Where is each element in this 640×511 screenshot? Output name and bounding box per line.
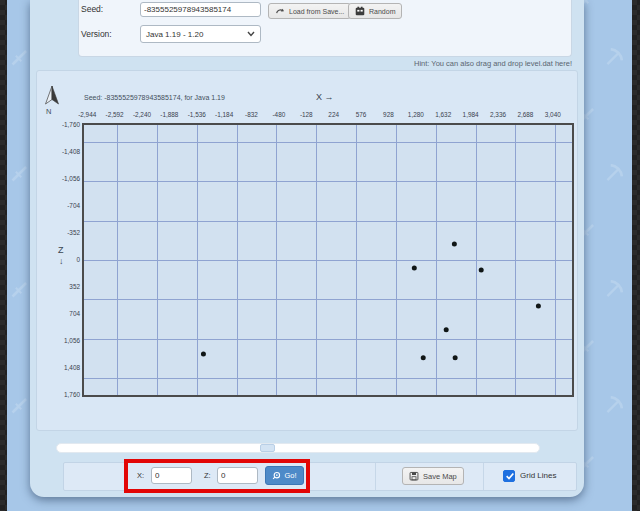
x-tick-label: 3,040 [545,111,561,118]
sword-icon [9,278,31,300]
x-tick-label: -128 [300,111,313,118]
load-arrow-icon [275,6,285,16]
map-marker[interactable] [452,241,457,246]
sword-icon [9,394,31,416]
annotation-highlight [124,459,310,493]
x-tick-label: 1,632 [435,111,451,118]
version-label: Version: [81,29,112,39]
save-map-label: Save Map [423,472,457,481]
z-axis-label: Z [58,245,64,255]
x-tick-label: -480 [272,111,285,118]
x-tick-label: 2,688 [517,111,533,118]
x-tick-label: 224 [328,111,339,118]
seed-input[interactable] [140,2,261,17]
page-edge-right [632,0,640,511]
grid-lines-label: Grid Lines [520,471,556,480]
sword-icon [9,162,31,184]
x-tick-label: -832 [245,111,258,118]
x-tick-label: -2,240 [133,111,151,118]
chevron-down-icon [247,31,255,37]
z-tick-label: 1,056 [38,337,80,344]
random-label: Random [369,8,395,15]
sword-icon [9,46,31,68]
map-marker[interactable] [479,267,484,272]
scrollbar-thumb[interactable] [260,444,275,452]
x-tick-label: -2,592 [106,111,124,118]
save-icon [409,471,419,481]
load-from-save-button[interactable]: Load from Save... [268,3,351,19]
save-map-button[interactable]: Save Map [402,467,464,485]
compass-north-label: N [46,107,51,116]
map-seed-caption: Seed: -8355525978943585174, for Java 1.1… [84,94,225,101]
x-tick-label: -1,536 [188,111,206,118]
seed-label: Seed: [81,4,103,14]
x-tick-label: -1,888 [160,111,178,118]
grid-lines-checkbox[interactable] [503,470,515,482]
toolbar-divider [375,463,376,490]
z-tick-label: 352 [38,283,80,290]
map-horizontal-scrollbar[interactable] [56,443,540,453]
pickaxe-icon [603,278,625,300]
hint-text: Hint: You can also drag and drop level.d… [414,59,572,68]
z-tick-label: -352 [38,229,80,236]
z-tick-label: -1,760 [38,121,80,128]
z-tick-label: -1,056 [38,175,80,182]
x-tick-label: 1,984 [463,111,479,118]
page-edge-left [0,0,7,511]
x-tick-label: 576 [356,111,367,118]
map-marker[interactable] [201,351,206,356]
z-tick-label: -1,408 [38,148,80,155]
z-tick-label: 0 [38,256,80,263]
version-select[interactable]: Java 1.19 - 1.20 [140,25,261,43]
random-button[interactable]: Random [348,3,402,19]
z-tick-label: 1,408 [38,364,80,371]
version-selected-value: Java 1.19 - 1.20 [146,30,203,39]
map-marker[interactable] [412,266,417,271]
z-tick-label: -704 [38,202,80,209]
pickaxe-icon [603,162,625,184]
x-tick-label: -1,184 [215,111,233,118]
x-tick-label: -2,944 [78,111,96,118]
map-marker[interactable] [536,304,541,309]
z-tick-label: 1,760 [38,391,80,398]
pickaxe-icon [603,394,625,416]
z-tick-label: 704 [38,310,80,317]
x-tick-label: 2,336 [490,111,506,118]
load-from-save-label: Load from Save... [289,8,344,15]
pickaxe-icon [603,46,625,68]
x-tick-label: 1,280 [408,111,424,118]
map-marker[interactable] [453,355,458,360]
map-plot[interactable] [84,125,572,395]
page: Seed: Load from Save... Random Version: … [0,0,640,511]
toolbar-divider [483,463,484,490]
random-icon [355,6,365,16]
x-axis-label: X → [316,92,334,102]
map-marker[interactable] [444,327,449,332]
compass-icon [41,84,63,110]
checkmark-icon [505,471,515,481]
map-marker[interactable] [421,355,426,360]
x-tick-label: 928 [383,111,394,118]
